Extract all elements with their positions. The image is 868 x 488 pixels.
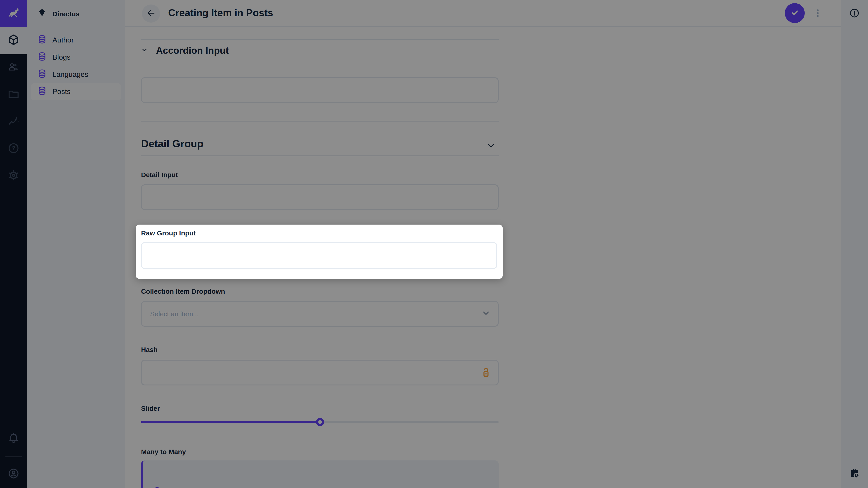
directus-app: ? [0, 0, 868, 488]
raw-group-input[interactable] [141, 242, 497, 269]
raw-group-input-label: Raw Group Input [141, 229, 196, 237]
raw-group-input-spotlight: Raw Group Input [135, 225, 503, 279]
